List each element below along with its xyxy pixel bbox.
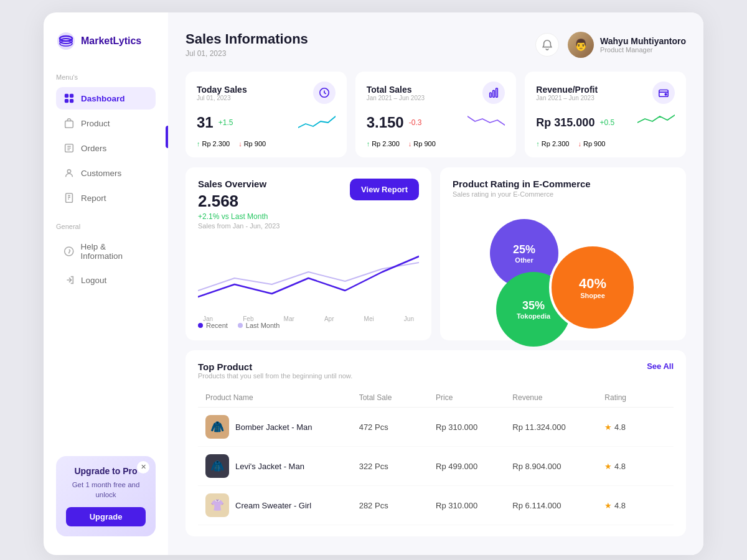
product-thumb-1: 🧥	[205, 415, 229, 439]
customers-icon	[63, 167, 75, 179]
product-cell-2: 🧥 Levi's Jacket - Man	[205, 454, 359, 478]
product-name-3: Cream Sweater - Girl	[235, 501, 311, 510]
stat-icon-box-1	[313, 82, 336, 104]
svg-rect-5	[70, 94, 73, 98]
user-info: 👨 Wahyu Muhtiyantoro Product Manager	[568, 32, 686, 58]
chart-legend: Recent Last Month	[198, 322, 419, 329]
stat-sub-3b: ↓ Rp 900	[578, 140, 605, 147]
stat-icon-box-2	[482, 82, 505, 104]
page-title: Sales Informations	[186, 31, 308, 47]
upgrade-close-button[interactable]: ✕	[137, 461, 149, 474]
sidebar-bottom: ✕ Upgrade to Pro Get 1 month free and un…	[56, 456, 156, 536]
user-details: Wahyu Muhtiyantoro Product Manager	[600, 36, 686, 54]
bubble-tokopedia-pct: 35%	[522, 299, 545, 312]
bubble-tokopedia-label: Tokopedia	[517, 312, 550, 320]
upgrade-subtitle: Get 1 month free and unlock	[66, 480, 146, 500]
sidebar-help-label: Help & Information	[80, 242, 148, 261]
upgrade-button[interactable]: Upgrade	[66, 507, 146, 526]
sidebar-item-product[interactable]: Product	[56, 112, 156, 134]
stat-label-1: Today Sales	[197, 85, 247, 95]
bubble-other-pct: 25%	[513, 243, 535, 256]
stat-label-3: Revenue/Profit	[536, 85, 598, 95]
product-thumb-2: 🧥	[205, 454, 229, 478]
rating-2: ★ 4.8	[604, 462, 666, 471]
legend-last-month: Last Month	[238, 322, 280, 329]
stat-delta-2: -0.3	[409, 118, 422, 127]
x-label-jan: Jan	[203, 315, 213, 322]
stat-sub-3a: ↑ Rp 2.300	[536, 140, 569, 147]
stat-value-row-1: 31 +1.5	[197, 110, 336, 135]
table-row: 👚 Cream Sweater - Girl 282 Pcs Rp 310.00…	[198, 486, 674, 525]
sidebar-item-orders[interactable]: Orders	[56, 137, 156, 159]
svg-rect-15	[493, 90, 495, 97]
overview-range: Sales from Jan - Jun, 2023	[198, 222, 280, 230]
stat-date-2: Jan 2021 – Jun 2023	[367, 95, 425, 101]
see-all-link[interactable]: See All	[647, 362, 674, 371]
col-total-sale: Total Sale	[359, 393, 436, 402]
logout-icon	[63, 274, 75, 286]
notification-button[interactable]	[535, 33, 559, 57]
svg-point-18	[665, 93, 667, 95]
svg-rect-8	[65, 121, 73, 128]
logo-icon	[56, 31, 76, 51]
svg-rect-17	[659, 90, 668, 97]
rating-card: Product Rating in E-Commerce Sales ratin…	[440, 167, 686, 340]
sidebar-item-help[interactable]: Help & Information	[56, 236, 156, 266]
bell-icon	[542, 39, 553, 50]
x-label-mei: Mei	[364, 315, 374, 322]
stat-sub-row-1: ↑ Rp 2.300 ↓ Rp 900	[197, 140, 336, 147]
header-right: 👨 Wahyu Muhtiyantoro Product Manager	[535, 32, 686, 58]
legend-recent: Recent	[198, 322, 228, 329]
sparkline-2	[467, 110, 505, 133]
sales-overview-card: Sales Overview 2.568 +2.1% vs Last Month…	[186, 167, 431, 340]
header-date: Jul 01, 2023	[186, 49, 308, 58]
col-rating: Rating	[604, 393, 666, 402]
top-product-title-area: Top Product Products that you sell from …	[198, 362, 352, 380]
sidebar-item-customers[interactable]: Customers	[56, 162, 156, 184]
revenue-2: Rp 8.904.000	[512, 462, 604, 471]
app-container: MarketLytics Menu's Dashboard Product	[44, 12, 703, 555]
product-thumb-3: 👚	[205, 493, 229, 517]
clock-icon	[319, 87, 330, 98]
sidebar-product-label: Product	[81, 119, 110, 128]
stat-value-row-3: Rp 315.000 +0.5	[536, 110, 675, 135]
view-report-button[interactable]: View Report	[350, 179, 419, 200]
x-axis-labels: Jan Feb Mar Apr Mei Jun	[198, 315, 419, 322]
price-1: Rp 310.000	[436, 422, 512, 432]
col-revenue: Revenue	[512, 393, 604, 402]
header-title-area: Sales Informations Jul 01, 2023	[186, 31, 308, 58]
stat-delta-1: +1.5	[218, 118, 233, 127]
col-price: Price	[436, 393, 512, 402]
total-sales-card: Total Sales Jan 2021 – Jun 2023 3.150 -0…	[355, 72, 517, 157]
overview-growth: +2.1% vs Last Month	[198, 212, 280, 221]
stat-value-1: 31	[197, 114, 214, 131]
top-product-card: Top Product Products that you sell from …	[186, 350, 686, 536]
sidebar-item-report[interactable]: Report	[56, 187, 156, 209]
sidebar-item-logout[interactable]: Logout	[56, 269, 156, 291]
sidebar-item-dashboard[interactable]: Dashboard	[56, 87, 156, 110]
revenue-3: Rp 6.114.000	[512, 501, 604, 510]
overview-title: Sales Overview	[198, 179, 280, 189]
page-header: Sales Informations Jul 01, 2023 👨 Wahyu …	[186, 31, 686, 58]
revenue-profit-card: Revenue/Profit Jan 2021 – Jun 2023 Rp 31…	[525, 72, 686, 157]
table-row: 🧥 Levi's Jacket - Man 322 Pcs Rp 499.000…	[198, 447, 674, 486]
bubble-shopee: 40% Shopee	[549, 244, 636, 331]
bubble-shopee-label: Shopee	[580, 292, 605, 299]
logo: MarketLytics	[56, 31, 156, 51]
rating-title: Product Rating in E-Commerce	[453, 179, 674, 189]
product-cell-3: 👚 Cream Sweater - Girl	[205, 493, 359, 517]
svg-rect-16	[496, 88, 498, 97]
top-product-header: Top Product Products that you sell from …	[198, 362, 674, 380]
logo-text: MarketLytics	[81, 35, 141, 47]
stat-info-1: Today Sales Jul 01, 2023	[197, 85, 247, 101]
svg-rect-11	[66, 194, 73, 202]
overview-info: Sales Overview 2.568 +2.1% vs Last Month…	[198, 179, 280, 237]
rating-1: ★ 4.8	[604, 422, 666, 432]
stat-sub-row-2: ↑ Rp 2.300 ↓ Rp 900	[367, 140, 505, 147]
svg-point-10	[67, 170, 70, 173]
upgrade-title: Upgrade to Pro	[66, 466, 146, 476]
total-sale-2: 322 Pcs	[359, 462, 436, 471]
stat-header-1: Today Sales Jul 01, 2023	[197, 82, 336, 104]
stat-value-3: Rp 315.000	[536, 116, 594, 129]
x-label-feb: Feb	[243, 315, 253, 322]
